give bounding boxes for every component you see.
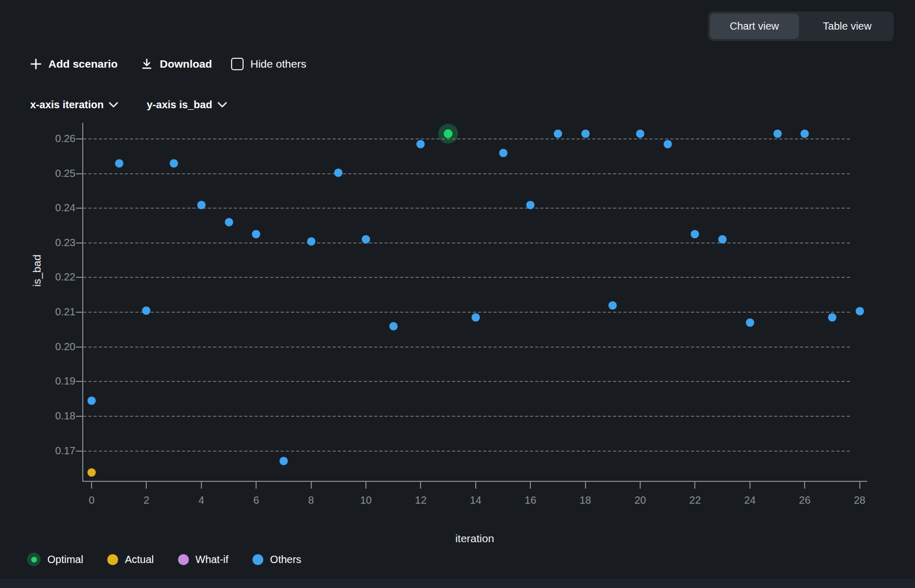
legend-label-optimal: Optimal [47,554,83,566]
y-tick-label: 0.24 [44,202,75,214]
point-others[interactable] [416,140,425,148]
point-others[interactable] [636,130,644,138]
point-others[interactable] [746,318,754,327]
point-others[interactable] [142,306,150,315]
x-tick-mark [311,481,312,489]
x-tick-mark [146,481,147,489]
legend-item-optimal[interactable]: Optimal [27,553,83,566]
x-tick-label: 0 [76,494,107,506]
point-others[interactable] [472,313,480,322]
x-tick-mark [201,481,202,489]
legend-label-others: Others [270,554,301,566]
x-axis-title: iteration [455,532,494,545]
scenario-chart-page: Chart view Table view Add scenario Downl… [0,0,915,588]
y-axis-title: is_bad [31,254,43,287]
x-tick-mark [859,481,860,489]
point-others[interactable] [87,397,96,405]
others-swatch-icon [252,554,263,565]
point-others[interactable] [279,457,288,465]
whatif-swatch-icon [178,554,189,565]
x-tick-mark [420,481,421,489]
x-tick-label: 6 [240,494,272,506]
legend-item-actual[interactable]: Actual [107,554,154,566]
x-tick-label: 18 [570,494,601,506]
y-tick-label: 0.17 [44,445,75,457]
point-others[interactable] [334,169,342,177]
point-others[interactable] [608,301,617,310]
x-tick-label: 10 [350,494,382,506]
point-others[interactable] [526,201,535,209]
y-tick-label: 0.22 [44,271,75,283]
gridline [83,312,850,313]
x-tick-label: 26 [789,494,820,506]
x-tick-label: 24 [734,494,766,506]
point-others[interactable] [691,230,699,238]
x-tick-label: 16 [515,494,546,506]
gridline [83,138,850,139]
point-others[interactable] [115,159,123,168]
optimal-swatch-icon [27,553,41,566]
y-tick-label: 0.25 [44,168,75,180]
legend-label-whatif: What-if [196,554,228,566]
x-tick-mark [804,481,805,489]
y-tick-label: 0.19 [44,375,75,387]
x-tick-mark [585,481,586,489]
legend-label-actual: Actual [125,554,154,566]
x-tick-label: 20 [625,494,656,506]
gridline [83,416,850,417]
x-tick-mark [475,481,476,489]
x-tick-mark [749,481,751,489]
gridline [83,277,850,278]
scatter-chart: is_bad iteration 0.260.250.240.230.220.2… [0,0,915,588]
point-others[interactable] [252,230,260,238]
point-others[interactable] [800,130,809,138]
gridline [83,347,850,348]
legend-item-whatif[interactable]: What-if [178,554,228,566]
y-tick-label: 0.21 [44,306,75,318]
point-others[interactable] [718,235,727,244]
gridline [83,451,850,452]
y-tick-label: 0.26 [44,133,75,145]
point-others[interactable] [664,140,672,148]
point-others[interactable] [170,159,178,168]
point-others[interactable] [773,130,782,138]
y-axis-line [82,123,83,482]
point-others[interactable] [362,235,370,244]
x-tick-label: 28 [844,494,875,506]
point-others[interactable] [197,201,206,209]
x-tick-mark [256,481,257,489]
x-tick-label: 22 [679,494,710,506]
x-tick-label: 2 [131,494,162,506]
point-actual[interactable] [87,468,96,477]
point-others[interactable] [856,307,864,315]
y-tick-label: 0.18 [44,410,75,422]
point-others[interactable] [554,130,562,138]
x-tick-mark [694,481,695,489]
point-others[interactable] [499,149,507,157]
point-others[interactable] [225,218,233,226]
point-others[interactable] [307,237,315,246]
x-tick-mark [640,481,641,489]
gridline [83,381,850,382]
x-tick-mark [365,481,366,489]
chart-legend: Optimal Actual What-if Others [27,553,301,566]
y-tick-label: 0.23 [44,237,75,249]
legend-item-others[interactable]: Others [252,554,301,566]
x-axis-line [82,481,867,482]
point-optimal[interactable] [444,130,453,138]
point-others[interactable] [389,322,398,330]
y-tick-label: 0.20 [44,341,75,353]
point-others[interactable] [828,313,836,322]
x-tick-label: 12 [405,494,436,506]
x-tick-label: 4 [186,494,217,506]
gridline [83,173,850,174]
x-tick-mark [91,481,92,489]
actual-swatch-icon [107,554,118,565]
x-tick-label: 8 [296,494,327,506]
x-tick-mark [530,481,531,489]
x-tick-label: 14 [460,494,491,506]
point-others[interactable] [581,130,590,138]
bottom-edge-band [0,579,915,588]
gridline [83,242,850,244]
